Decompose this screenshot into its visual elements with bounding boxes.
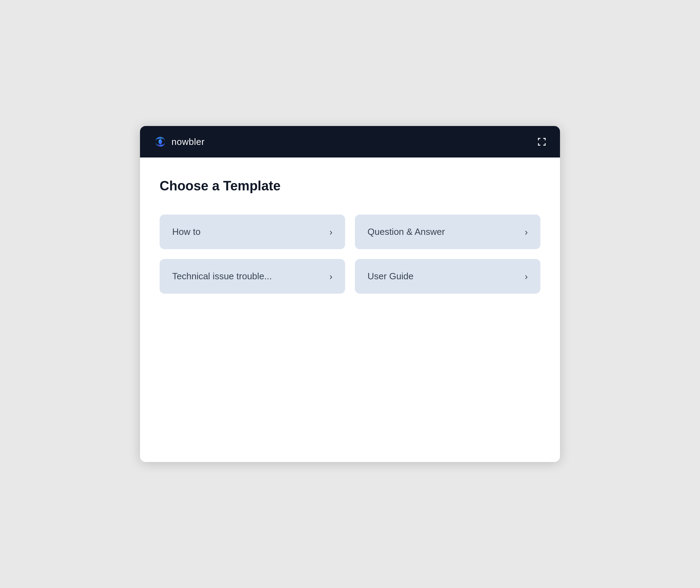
expand-button[interactable] [536,136,547,147]
svg-rect-2 [538,138,539,140]
template-card-how-to[interactable]: How to› [160,215,345,249]
template-label-troubleshoot: Technical issue trouble... [172,271,272,282]
app-window: nowbler Choose a Template How to›Questio… [140,126,560,462]
logo-area: nowbler [153,134,205,149]
knowbler-logo-icon [153,134,168,149]
template-label-how-to: How to [172,226,201,237]
templates-grid: How to›Question & Answer›Technical issue… [160,215,540,294]
template-label-user-guide: User Guide [368,271,414,282]
svg-rect-4 [545,138,546,140]
svg-point-0 [159,139,162,144]
chevron-right-icon-user-guide: › [525,272,528,281]
page-title: Choose a Template [160,178,540,194]
chevron-right-icon-how-to: › [329,227,332,237]
main-content: Choose a Template How to›Question & Answ… [140,158,560,462]
svg-rect-6 [538,143,539,146]
logo-text: nowbler [172,136,205,147]
svg-rect-8 [545,143,546,146]
chevron-right-icon-troubleshoot: › [329,272,332,281]
template-label-qa: Question & Answer [368,226,445,237]
template-card-qa[interactable]: Question & Answer› [355,215,540,249]
template-card-user-guide[interactable]: User Guide› [355,259,540,294]
header: nowbler [140,126,560,158]
chevron-right-icon-qa: › [525,227,528,237]
expand-icon [537,137,547,147]
template-card-troubleshoot[interactable]: Technical issue trouble...› [160,259,345,294]
